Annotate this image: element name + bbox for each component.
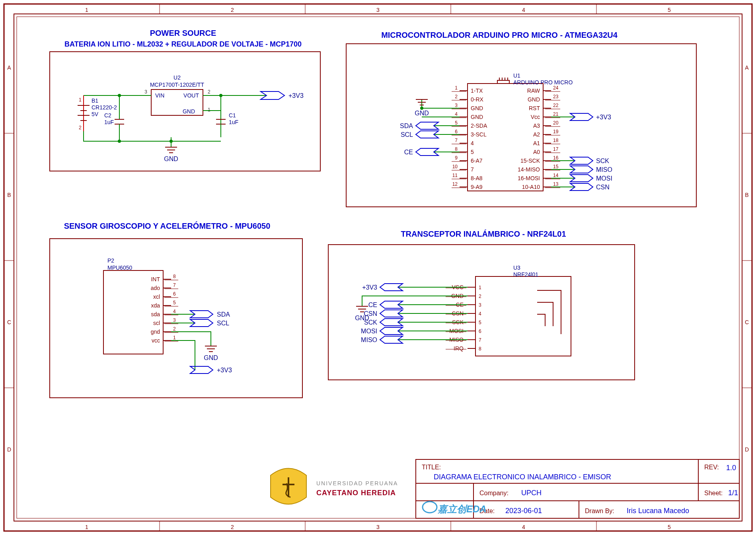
svg-text:4: 4 [455,111,458,117]
svg-text:MPU6050: MPU6050 [107,265,132,271]
svg-text:B: B [745,192,748,198]
section-power: POWER SOURCE BATERIA ION LITIO - ML2032 … [50,29,320,171]
svg-text:2: 2 [479,294,481,299]
svg-text:GND: GND [204,354,218,361]
svg-text:3: 3 [144,89,147,95]
svg-text:D: D [745,446,749,453]
eda-logo: 嘉立创EDA [423,502,487,514]
svg-text:1: 1 [173,335,176,340]
svg-text:2-SDA: 2-SDA [471,123,487,129]
svg-text:9-A9: 9-A9 [471,184,483,190]
svg-text:scl: scl [153,320,160,326]
svg-text:C2: C2 [104,112,111,119]
svg-text:Iris Lucana Macedo: Iris Lucana Macedo [627,507,689,515]
svg-text:GND: GND [471,114,483,120]
svg-text:3: 3 [376,7,380,13]
svg-text:SCK: SCK [364,319,377,326]
svg-text:MISO: MISO [361,337,377,343]
svg-text:CSN: CSN [364,310,377,317]
svg-text:3: 3 [479,302,481,308]
svg-text:8: 8 [479,346,481,352]
u2-regulator: U2 MCP1700T-1202E/TT VIN VOUT GND 3 2 1 [144,74,210,115]
svg-text:7: 7 [455,138,458,143]
svg-text:REV:: REV: [704,464,719,471]
svg-text:RAW: RAW [527,88,540,94]
svg-text:12: 12 [452,181,458,187]
svg-text:A1: A1 [533,140,540,146]
svg-text:4: 4 [479,311,481,317]
svg-text:Drawn By:: Drawn By: [585,508,614,514]
svg-text:16-MOSI: 16-MOSI [518,175,540,181]
power-subtitle: BATERIA ION LITIO - ML2032 + REGULADOR D… [64,40,302,48]
svg-text:UPCH: UPCH [521,489,542,497]
svg-text:15-SCK: 15-SCK [520,158,540,164]
svg-text:gnd: gnd [151,329,160,335]
svg-text:2: 2 [79,125,82,130]
power-title: POWER SOURCE [150,29,216,37]
svg-text:U1: U1 [513,72,520,79]
svg-text:6: 6 [455,129,458,134]
svg-text:CE: CE [404,149,413,156]
section-mcu: MICROCONTROLADOR ARDUINO PRO MICRO - ATM… [346,31,696,207]
svg-text:4: 4 [471,140,474,146]
svg-text:GND: GND [528,96,540,103]
svg-text:11: 11 [452,173,458,178]
svg-text:7: 7 [173,282,176,288]
svg-text:1: 1 [479,285,481,290]
svg-text:GND: GND [415,110,429,117]
svg-text:CSN: CSN [596,184,610,191]
svg-text:SDA: SDA [217,311,230,318]
mcu-right-pins: 24RAW23GND22RST21Vcc20A319A218A117A01615… [518,85,560,190]
svg-text:22: 22 [553,103,559,108]
svg-text:VIN: VIN [155,92,164,99]
svg-text:GND: GND [183,108,195,115]
svg-point-56 [118,94,121,97]
svg-text:MCP1700T-1202E/TT: MCP1700T-1202E/TT [150,82,205,88]
svg-text:10-A10: 10-A10 [522,184,540,190]
nrf-title: TRANSCEPTOR INALÁMBRICO - NRF24L01 [401,230,566,238]
svg-text:RST: RST [529,105,540,111]
svg-text:P2: P2 [107,257,114,264]
svg-text:3-SCL: 3-SCL [471,131,487,138]
svg-text:5: 5 [455,120,458,126]
svg-text:TITLE:: TITLE: [422,464,441,471]
sheet-title: DIAGRAMA ELECTRONICO INALAMBRICO - EMISO… [434,473,611,481]
svg-text:15: 15 [553,164,559,169]
svg-text:vcc: vcc [152,337,160,344]
svg-text:17: 17 [553,146,559,152]
cap-c1: C1 1uF [216,95,238,137]
section-nrf: TRANSCEPTOR INALÁMBRICO - NRF24L01 U3 NR… [328,230,635,380]
svg-text:U2: U2 [173,74,181,81]
svg-text:CR1220-2: CR1220-2 [92,104,117,111]
svg-text:5: 5 [668,524,671,530]
svg-text:SCL: SCL [217,320,229,327]
svg-rect-75 [497,80,509,84]
svg-text:A: A [7,64,11,71]
svg-text:INT: INT [151,276,160,282]
svg-text:1: 1 [85,524,88,530]
svg-text:8: 8 [173,274,176,279]
svg-text:UNIVERSIDAD PERUANA: UNIVERSIDAD PERUANA [316,480,398,486]
svg-text:A0: A0 [533,149,540,155]
svg-text:C: C [745,319,749,325]
svg-text:MOSI: MOSI [361,328,377,335]
svg-text:xda: xda [151,302,160,309]
svg-text:1uF: 1uF [229,119,238,125]
mpu-title: SENSOR GIROSCOPIO Y ACELERÓMETRO - MPU60… [64,221,271,230]
title-block: TITLE: DIAGRAMA ELECTRONICO INALAMBRICO … [416,459,739,518]
svg-text:6: 6 [479,329,481,334]
svg-text:B: B [7,192,11,198]
svg-text:D: D [7,446,11,453]
svg-text:Sheet:: Sheet: [704,490,723,496]
svg-text:9: 9 [455,155,458,161]
svg-text:1.0: 1.0 [726,464,736,472]
svg-text:19: 19 [553,129,559,134]
ruler-sides: A B C D A B C D [4,64,752,453]
mcu-left-nets: GND SDA SCL CE [400,99,460,156]
svg-text:1uF: 1uF [104,119,114,125]
svg-text:7: 7 [471,166,474,173]
svg-text:A3: A3 [533,123,540,129]
svg-text:sda: sda [151,311,160,317]
svg-text:IRQ: IRQ [454,345,464,352]
cap-c2: C2 1uF [104,94,124,131]
